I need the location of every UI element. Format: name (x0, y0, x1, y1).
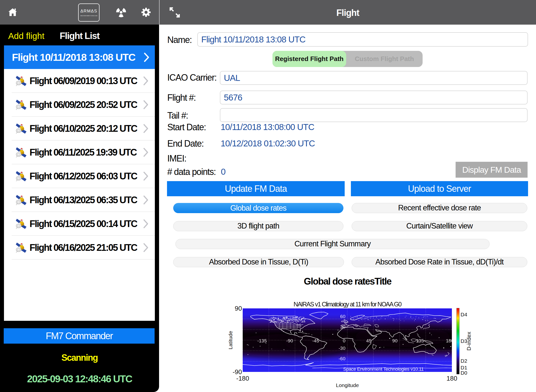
svg-text:60: 60 (340, 314, 345, 319)
svg-text:-180: -180 (236, 375, 249, 382)
svg-text:180: 180 (446, 338, 454, 343)
svg-text:-60: -60 (339, 356, 345, 361)
svg-text:135: 135 (416, 338, 424, 343)
svg-text:-135: -135 (257, 338, 267, 343)
svg-text:0: 0 (343, 338, 345, 343)
svg-text:-90: -90 (286, 338, 293, 343)
svg-text:Space Environment Technologies: Space Environment Technologies v10.11 (343, 366, 424, 372)
svg-text:180: 180 (446, 375, 457, 382)
svg-text:D0: D0 (461, 370, 467, 376)
svg-text:D4: D4 (461, 312, 467, 317)
svg-text:30: 30 (340, 324, 345, 329)
svg-text:D2: D2 (461, 358, 467, 364)
svg-text:Latitude: Latitude (228, 331, 233, 350)
svg-text:D1: D1 (461, 365, 467, 370)
svg-text:-30: -30 (339, 346, 345, 351)
svg-text:D-index: D-index (466, 332, 472, 351)
svg-text:Longitude: Longitude (336, 382, 359, 388)
svg-text:90: 90 (235, 305, 242, 312)
svg-text:-45: -45 (312, 338, 319, 343)
svg-text:90: 90 (392, 338, 398, 343)
svg-text:45: 45 (366, 338, 371, 343)
svg-text:NAIRAS v1 Climatology at 11 km: NAIRAS v1 Climatology at 11 km for NOAA … (294, 301, 402, 308)
